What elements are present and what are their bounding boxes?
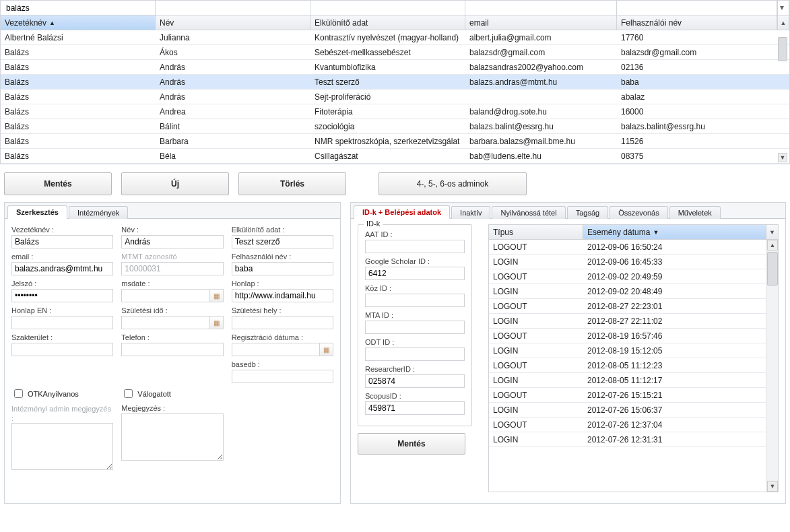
col-header-felhasznalo[interactable]: Felhasználói név <box>617 15 777 30</box>
grid-scroll-up[interactable]: ▲ <box>777 15 789 30</box>
input-gscholar[interactable] <box>365 267 465 280</box>
list-item[interactable]: LOGIN2012-09-02 20:48:49 <box>489 284 778 299</box>
input-adminmegj[interactable] <box>11 423 113 470</box>
funnel-icon[interactable]: ▾ <box>777 3 787 12</box>
tab-muveletek[interactable]: Műveletek <box>669 206 721 219</box>
datepicker-icon[interactable]: ▦ <box>210 289 224 302</box>
filter-felhasznalo[interactable] <box>617 1 777 15</box>
lbl-honlapen: Honlap EN : <box>11 306 113 314</box>
input-aat[interactable] <box>365 240 465 253</box>
table-row[interactable]: BalázsAndrásSejt-proliferációabalaz <box>1 90 789 104</box>
list-item[interactable]: LOGOUT2012-07-26 12:37:04 <box>489 418 778 432</box>
evt-scrollbar[interactable]: ▲ ▼ <box>766 240 778 492</box>
col-header-email[interactable]: email <box>465 15 617 30</box>
list-item[interactable]: LOGOUT2012-08-27 22:23:01 <box>489 299 778 314</box>
chk-otka[interactable] <box>14 389 23 398</box>
table-cell: Julianna <box>156 30 310 44</box>
filter-input-vezeteknev[interactable] <box>5 3 151 13</box>
tab-osszevonas[interactable]: Összevonás <box>610 206 668 219</box>
list-item[interactable]: LOGIN2012-09-06 16:45:33 <box>489 255 778 269</box>
tab-idk[interactable]: ID-k + Belépési adatok <box>354 205 450 219</box>
input-honlapen[interactable] <box>11 316 113 329</box>
list-item[interactable]: LOGIN2012-07-26 12:31:31 <box>489 432 778 447</box>
input-elkulonito[interactable] <box>232 235 333 248</box>
left-tabs: Szerkesztés Intézmények <box>5 203 340 219</box>
table-row[interactable]: BalázsBélaCsillagászatbab@ludens.elte.hu… <box>1 149 789 164</box>
table-cell: Balázs <box>1 134 156 148</box>
input-szulido[interactable] <box>121 316 209 329</box>
table-row[interactable]: BalázsBarbaraNMR spektroszkópia, szerkez… <box>1 134 789 149</box>
list-item[interactable]: LOGOUT2012-09-06 16:50:24 <box>489 240 778 255</box>
tab-tagsag[interactable]: Tagság <box>567 206 608 219</box>
col-label: Típus <box>493 228 513 237</box>
input-megjegyzes[interactable] <box>121 413 223 461</box>
table-cell: Csillagászat <box>310 149 465 163</box>
table-row[interactable]: BalázsAndrásKvantumbiofizikabalazsandras… <box>1 60 789 75</box>
filter-vezeteknev[interactable] <box>1 1 156 15</box>
admins-button[interactable]: 4-, 5-, 6-os adminok <box>378 172 527 195</box>
col-header-nev[interactable]: Név <box>156 15 310 30</box>
input-researcherid[interactable] <box>365 374 465 388</box>
tab-nyilvanossa[interactable]: Nyilvánossá tétel <box>492 206 565 219</box>
input-regdatum[interactable] <box>232 343 320 356</box>
input-telefon[interactable] <box>121 343 223 356</box>
input-mta[interactable] <box>365 321 465 334</box>
table-row[interactable]: BalázsÁkosSebészet-mellkassebészetbalazs… <box>1 45 789 60</box>
scroll-down-icon[interactable]: ▼ <box>767 481 778 492</box>
input-szulhely[interactable] <box>232 316 333 329</box>
table-row[interactable]: BalázsAndrásTeszt szerzőbalazs.andras@mt… <box>1 75 789 90</box>
input-jelszo[interactable] <box>11 289 113 302</box>
grid-scroll-down[interactable]: ▼ <box>778 153 787 162</box>
list-item[interactable]: LOGIN2012-07-26 15:06:37 <box>489 403 778 418</box>
list-item[interactable]: LOGIN2012-08-27 22:11:02 <box>489 314 778 329</box>
list-item[interactable]: LOGOUT2012-09-02 20:49:59 <box>489 269 778 284</box>
table-row[interactable]: BalázsAndreaFitoterápiabaland@drog.sote.… <box>1 104 789 119</box>
input-nev[interactable] <box>121 235 223 248</box>
evt-cell-type: LOGOUT <box>489 418 583 432</box>
results-grid: ▾ Vezetéknév ▲ Név Elkülönítő adat email… <box>0 0 790 164</box>
tab-szerkesztes[interactable]: Szerkesztés <box>7 205 67 219</box>
input-user[interactable] <box>232 262 333 275</box>
tab-intezmenyek[interactable]: Intézmények <box>69 206 128 219</box>
save-button[interactable]: Mentés <box>4 172 112 195</box>
lbl-jelszo: Jelszó : <box>11 279 113 288</box>
list-item[interactable]: LOGIN2012-08-05 11:12:17 <box>489 373 778 388</box>
new-button[interactable]: Új <box>121 172 229 195</box>
input-szakterulet[interactable] <box>11 343 113 356</box>
input-vezeteknev[interactable] <box>11 235 113 248</box>
input-odt[interactable] <box>365 347 465 361</box>
evt-col-tipus[interactable]: Típus <box>489 225 583 239</box>
evt-col-menu[interactable]: ▼ <box>766 225 778 239</box>
scroll-up-icon[interactable]: ▲ <box>767 240 778 251</box>
input-basedb[interactable] <box>232 370 333 383</box>
filter-nev[interactable] <box>156 1 310 15</box>
chk-valogatott[interactable] <box>124 389 133 398</box>
evt-col-datum[interactable]: Esemény dátuma▼ <box>583 225 766 239</box>
col-header-vezeteknev[interactable]: Vezetéknév ▲ <box>1 15 156 30</box>
table-cell: NMR spektroszkópia, szerkezetvizsgálat <box>310 134 465 148</box>
ids-save-button[interactable]: Mentés <box>358 433 465 455</box>
table-row[interactable]: Albertné BalázsiJuliannaKontrasztív nyel… <box>1 30 789 45</box>
filter-elkulonito[interactable] <box>310 1 465 15</box>
table-row[interactable]: BalázsBálintszociológiabalazs.balint@ess… <box>1 119 789 134</box>
col-header-elkulonito[interactable]: Elkülönítő adat <box>310 15 465 30</box>
datepicker-icon[interactable]: ▦ <box>210 316 224 329</box>
input-email[interactable] <box>11 262 113 275</box>
delete-button[interactable]: Törlés <box>238 172 346 195</box>
input-koz[interactable] <box>365 294 465 307</box>
list-item[interactable]: LOGOUT2012-07-26 15:15:21 <box>489 388 778 403</box>
scroll-thumb[interactable] <box>767 252 778 286</box>
lbl-odt: ODT ID : <box>365 338 465 346</box>
input-scopus[interactable] <box>365 401 465 415</box>
input-honlap[interactable] <box>232 289 333 302</box>
table-cell: 17760 <box>617 30 789 44</box>
list-item[interactable]: LOGIN2012-08-19 15:12:05 <box>489 343 778 358</box>
input-msdate[interactable] <box>121 289 209 302</box>
grid-scroll-thumb[interactable] <box>778 37 787 61</box>
tab-inaktiv[interactable]: Inaktív <box>451 206 490 219</box>
list-item[interactable]: LOGOUT2012-08-05 11:12:23 <box>489 358 778 373</box>
lbl-mtmt: MTMT azonosító <box>121 253 223 261</box>
filter-email[interactable] <box>465 1 617 15</box>
datepicker-icon[interactable]: ▦ <box>320 343 333 356</box>
list-item[interactable]: LOGOUT2012-08-19 16:57:46 <box>489 329 778 343</box>
